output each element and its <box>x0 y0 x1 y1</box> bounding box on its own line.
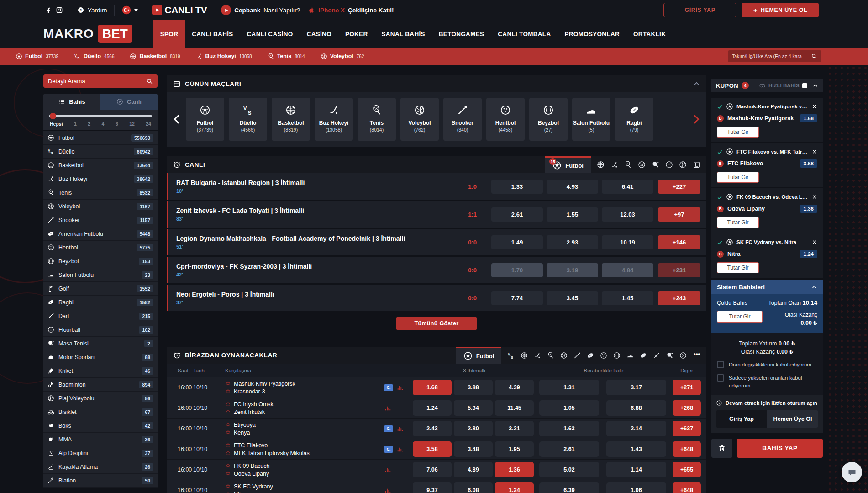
tennis-tab-icon[interactable] <box>624 161 632 169</box>
sidebar-item-alp-disiplini[interactable]: Alp Disiplini 37 <box>43 446 158 460</box>
odds-button[interactable]: 3.45 <box>547 291 598 305</box>
instagram-icon[interactable] <box>56 6 63 14</box>
odds-button[interactable]: 1.33 <box>491 180 543 194</box>
slip-amount-input[interactable] <box>717 262 759 273</box>
sidebar-item-salon-futbolu[interactable]: Salon Futbolu 23 <box>43 268 158 282</box>
sidebar-item-kayakla-atlama[interactable]: Kayakla Atlama 26 <box>43 460 158 474</box>
sidebar-item-plaj-voleybolu[interactable]: Plaj Voleybolu 56 <box>43 392 158 405</box>
close-icon[interactable] <box>812 149 817 154</box>
draw-refund-odds-button[interactable]: 3.17 <box>606 380 666 395</box>
sidebar-item-basketbol[interactable]: Basketbol 13644 <box>43 159 158 172</box>
sidebar-item-buz-hokeyi[interactable]: Buz Hokeyi 38642 <box>43 172 158 186</box>
sidebar-item-bisiklet[interactable]: Bisiklet 67 <box>43 405 158 419</box>
help-link[interactable]: ? Yardım <box>77 6 107 14</box>
odds-button[interactable]: 5.34 <box>454 400 493 416</box>
day-tile-basketbol[interactable]: Basketbol (8319) <box>272 98 310 141</box>
tennis-tab-icon[interactable] <box>547 352 554 359</box>
sidebar-item-tenis[interactable]: Tenis 8532 <box>43 186 158 200</box>
more-odds-button[interactable]: +271 <box>673 380 701 395</box>
draw-refund-odds-button[interactable]: 2.61 <box>539 441 599 457</box>
odds-button[interactable]: 4.89 <box>454 462 493 477</box>
draw-refund-odds-button[interactable]: 1.43 <box>606 441 666 457</box>
sidebar-item-dart[interactable]: Dart 215 <box>43 309 158 323</box>
draw-refund-odds-button[interactable]: 1.31 <box>539 380 599 395</box>
slip-login-button[interactable]: Giriş Yap <box>716 410 767 428</box>
more-odds-button[interactable]: +231 <box>658 263 700 277</box>
snooker-tab-icon[interactable] <box>573 352 581 359</box>
odds-button[interactable]: 4.84 <box>602 263 653 277</box>
live-match-row[interactable]: Zenit Izhevsk - FC Lada Tolyati | 3 İhti… <box>167 201 706 228</box>
sidebar-item-voleybol[interactable]: Voleybol 1167 <box>43 200 158 213</box>
draw-refund-odds-button[interactable]: 1.14 <box>606 462 666 477</box>
odds-button[interactable]: 3.19 <box>547 263 598 277</box>
more-odds-button[interactable]: +227 <box>658 180 700 194</box>
tab-canli[interactable]: Canlı <box>100 94 158 110</box>
sidebar-item-hentbol[interactable]: Hentbol 5775 <box>43 241 158 254</box>
slider-label-2[interactable]: 2 <box>88 121 90 127</box>
nav-item-promosyonlar[interactable]: PROMOSYONLAR <box>558 20 626 48</box>
cepbank-link[interactable]: Cepbank Nasıl Yapılır? <box>221 5 300 15</box>
sidebar-item-motor-sporlar[interactable]: Motor Sporları 88 <box>43 350 158 364</box>
upcoming-match-row[interactable]: 16:00 10/10 Mashuk-Kmv Pyatigorsk Krasno… <box>167 377 706 398</box>
odds-button[interactable]: 4.93 <box>547 180 598 194</box>
nav-item-canli-tombala[interactable]: CANLI TOMBALA <box>491 20 558 48</box>
slider-label-4[interactable]: 4 <box>102 121 105 127</box>
live-match-row[interactable]: Legion-Dynamo Makhachkala - Football Aca… <box>167 229 706 255</box>
quick-bet-tab[interactable]: HIZLI BAHİS <box>759 82 800 89</box>
odds-button[interactable]: 3.58 <box>413 441 452 457</box>
sidebar-item-mma[interactable]: MMA 36 <box>43 433 158 446</box>
day-tile-beyzbol[interactable]: Beyzbol (27) <box>529 98 568 141</box>
longterm-tab-icon[interactable] <box>693 161 700 169</box>
detailed-search[interactable] <box>43 74 158 88</box>
vs-tab-icon[interactable]: VS <box>507 352 515 359</box>
stats-bars-icon[interactable] <box>396 445 404 453</box>
odds-button[interactable]: 9.37 <box>413 482 452 493</box>
facebook-icon[interactable] <box>45 6 52 14</box>
slip-register-button[interactable]: Hemen Üye Ol <box>767 410 818 428</box>
upcoming-match-row[interactable]: 16:00 10/10 FC Irtysh Omsk Zenit Irkutsk… <box>167 398 706 419</box>
sidebar-item-golf[interactable]: Golf 1552 <box>43 282 158 296</box>
accept-rising-odds-checkbox[interactable]: Sadece yükselen oranları kabul ediyorum <box>717 374 817 389</box>
odds-button[interactable]: 3.48 <box>454 441 493 457</box>
nav-item-betongames[interactable]: BETONGAMES <box>432 20 491 48</box>
team-search[interactable] <box>728 50 821 62</box>
tabletennis-tab-icon[interactable] <box>666 352 673 359</box>
odds-button[interactable]: 1.45 <box>602 291 653 305</box>
more-odds-button[interactable]: +97 <box>658 207 700 222</box>
day-tile-salon-futbolu[interactable]: Salon Futbolu (5) <box>572 98 610 141</box>
draw-refund-odds-button[interactable]: 6.88 <box>606 400 666 416</box>
tabletennis-tab-icon[interactable] <box>652 161 659 169</box>
iphone-promo-link[interactable]: iPhone X Çekilişine Katıl! <box>307 6 394 14</box>
nav-item-spor[interactable]: SPOR <box>153 20 185 48</box>
odds-button[interactable]: 12.03 <box>602 207 653 222</box>
slider-label-1[interactable]: 1 <box>74 121 77 127</box>
draw-refund-odds-button[interactable]: 1.05 <box>539 400 599 416</box>
rugby-tab-icon[interactable] <box>640 352 647 359</box>
nav-item-sanal-bahi-s[interactable]: SANAL BAHİS <box>374 20 431 48</box>
odds-button[interactable]: 6.41 <box>602 180 653 194</box>
stats-bars-icon[interactable] <box>396 425 404 432</box>
volleyball-tab-icon[interactable] <box>638 161 646 169</box>
system-bets-header[interactable]: Sistem Bahisleri <box>711 280 823 294</box>
sidebar-item-masa-tenisi[interactable]: Masa Tenisi 2 <box>43 337 158 350</box>
subnav-item-d-ello[interactable]: VS Düello 4566 <box>74 53 114 60</box>
sidebar-item-boks[interactable]: Boks 42 <box>43 419 158 433</box>
more-odds-button[interactable]: +655 <box>673 462 701 477</box>
day-tile-snooker[interactable]: Snooker (340) <box>443 98 482 141</box>
close-icon[interactable] <box>812 239 817 245</box>
floorball-tab-icon[interactable] <box>665 161 673 169</box>
more-odds-button[interactable]: +268 <box>673 400 701 416</box>
slider-label-6[interactable]: 6 <box>116 121 118 127</box>
subnav-item-basketbol[interactable]: Basketbol 8319 <box>130 53 180 60</box>
carousel-right-icon[interactable] <box>690 113 702 125</box>
odds-button[interactable]: 6.08 <box>454 482 493 493</box>
dart-tab-icon[interactable] <box>653 352 660 359</box>
clear-slip-button[interactable] <box>711 439 732 458</box>
detailed-search-input[interactable] <box>48 78 142 85</box>
subnav-item-futbol[interactable]: Futbol 37739 <box>16 53 58 60</box>
upcoming-tab-futbol[interactable]: Futbol <box>456 347 502 364</box>
day-tile-ragbi[interactable]: Ragbi (79) <box>615 98 653 141</box>
odds-button[interactable]: 3.21 <box>495 421 534 436</box>
upcoming-match-row[interactable]: 16:00 10/10 Etiyopya Kenya C. 2.432.803.… <box>167 419 706 439</box>
odds-button[interactable]: 10.19 <box>602 235 653 249</box>
